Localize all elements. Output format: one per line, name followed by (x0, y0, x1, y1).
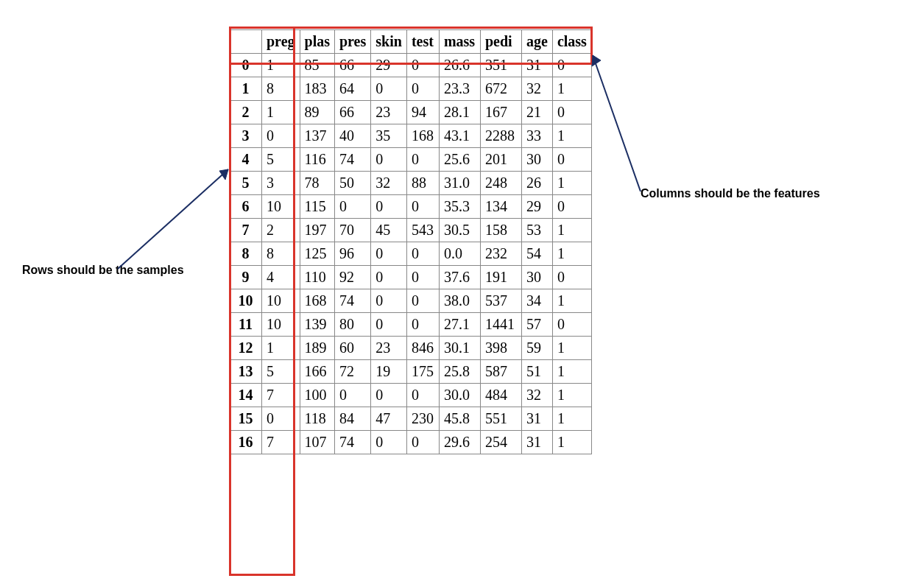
cell-mass: 30.5 (439, 219, 480, 242)
table-row: 1110139800027.11441570 (230, 313, 592, 337)
cell-preg: 7 (262, 384, 300, 407)
cell-test: 0 (406, 266, 439, 289)
row-index-cell: 8 (230, 242, 262, 266)
cell-class: 0 (552, 101, 591, 124)
svg-line-2 (593, 55, 641, 191)
svg-marker-3 (592, 55, 601, 66)
table-row: 94110920037.6191300 (230, 266, 592, 289)
header-class: class (552, 30, 591, 54)
header-age: age (521, 30, 552, 54)
cell-class: 1 (552, 431, 591, 454)
cell-pres: 74 (334, 148, 370, 172)
data-table: preg plas pres skin test mass pedi age c… (229, 29, 592, 454)
svg-line-0 (118, 169, 228, 269)
table-row: 150118844723045.8551311 (230, 407, 592, 431)
cell-plas: 139 (300, 313, 334, 337)
table-row: 30137403516843.12288331 (230, 124, 592, 148)
cell-mass: 37.6 (439, 266, 480, 289)
cell-plas: 78 (300, 172, 334, 195)
cell-skin: 0 (371, 195, 407, 219)
cell-age: 59 (521, 337, 552, 360)
cell-class: 1 (552, 124, 591, 148)
cell-test: 0 (406, 289, 439, 313)
cell-class: 1 (552, 77, 591, 101)
cell-plas: 183 (300, 77, 334, 101)
table-row: 135166721917525.8587511 (230, 360, 592, 384)
cell-class: 1 (552, 172, 591, 195)
header-preg: preg (262, 30, 300, 54)
cell-preg: 4 (262, 266, 300, 289)
row-index-cell: 9 (230, 266, 262, 289)
cell-age: 26 (521, 172, 552, 195)
cell-test: 0 (406, 431, 439, 454)
cell-pres: 80 (334, 313, 370, 337)
cell-class: 1 (552, 337, 591, 360)
header-test: test (406, 30, 439, 54)
row-index-cell: 7 (230, 219, 262, 242)
row-index-cell: 5 (230, 172, 262, 195)
row-index-cell: 14 (230, 384, 262, 407)
cell-plas: 125 (300, 242, 334, 266)
cell-mass: 29.6 (439, 431, 480, 454)
row-index-cell: 16 (230, 431, 262, 454)
cell-pres: 70 (334, 219, 370, 242)
cell-preg: 10 (262, 313, 300, 337)
cell-plas: 116 (300, 148, 334, 172)
cell-plas: 166 (300, 360, 334, 384)
cell-pres: 66 (334, 101, 370, 124)
cell-pres: 66 (334, 54, 370, 77)
cell-mass: 30.1 (439, 337, 480, 360)
cell-mass: 23.3 (439, 77, 480, 101)
cell-age: 32 (521, 77, 552, 101)
table-row: 72197704554330.5158531 (230, 219, 592, 242)
table-row: 218966239428.1167210 (230, 101, 592, 124)
cell-pedi: 254 (480, 431, 521, 454)
cell-preg: 8 (262, 77, 300, 101)
cell-pedi: 484 (480, 384, 521, 407)
cell-preg: 7 (262, 431, 300, 454)
table-row: 61011500035.3134290 (230, 195, 592, 219)
cell-pres: 96 (334, 242, 370, 266)
header-plas: plas (300, 30, 334, 54)
cell-test: 168 (406, 124, 439, 148)
cell-class: 1 (552, 242, 591, 266)
cell-test: 88 (406, 172, 439, 195)
cell-pedi: 158 (480, 219, 521, 242)
table-row: 18183640023.3672321 (230, 77, 592, 101)
header-row: preg plas pres skin test mass pedi age c… (230, 30, 592, 54)
cell-skin: 0 (371, 266, 407, 289)
cell-test: 94 (406, 101, 439, 124)
cell-skin: 45 (371, 219, 407, 242)
cell-plas: 189 (300, 337, 334, 360)
cell-pres: 0 (334, 384, 370, 407)
cell-plas: 115 (300, 195, 334, 219)
cell-pres: 64 (334, 77, 370, 101)
cell-age: 30 (521, 148, 552, 172)
cell-pres: 40 (334, 124, 370, 148)
cell-age: 31 (521, 54, 552, 77)
cell-mass: 30.0 (439, 384, 480, 407)
annotation-rows-label: Rows should be the samples (22, 264, 184, 277)
cell-pres: 72 (334, 360, 370, 384)
cell-mass: 43.1 (439, 124, 480, 148)
cell-pedi: 537 (480, 289, 521, 313)
cell-pres: 84 (334, 407, 370, 431)
cell-preg: 1 (262, 54, 300, 77)
cell-skin: 23 (371, 337, 407, 360)
cell-skin: 0 (371, 148, 407, 172)
header-pres: pres (334, 30, 370, 54)
cell-preg: 10 (262, 195, 300, 219)
cell-skin: 29 (371, 54, 407, 77)
svg-marker-1 (219, 169, 228, 180)
cell-class: 1 (552, 360, 591, 384)
cell-preg: 5 (262, 148, 300, 172)
cell-class: 0 (552, 266, 591, 289)
cell-mass: 45.8 (439, 407, 480, 431)
cell-age: 29 (521, 195, 552, 219)
cell-plas: 197 (300, 219, 334, 242)
cell-class: 1 (552, 219, 591, 242)
cell-pedi: 587 (480, 360, 521, 384)
row-index-cell: 12 (230, 337, 262, 360)
cell-skin: 0 (371, 313, 407, 337)
cell-preg: 0 (262, 124, 300, 148)
